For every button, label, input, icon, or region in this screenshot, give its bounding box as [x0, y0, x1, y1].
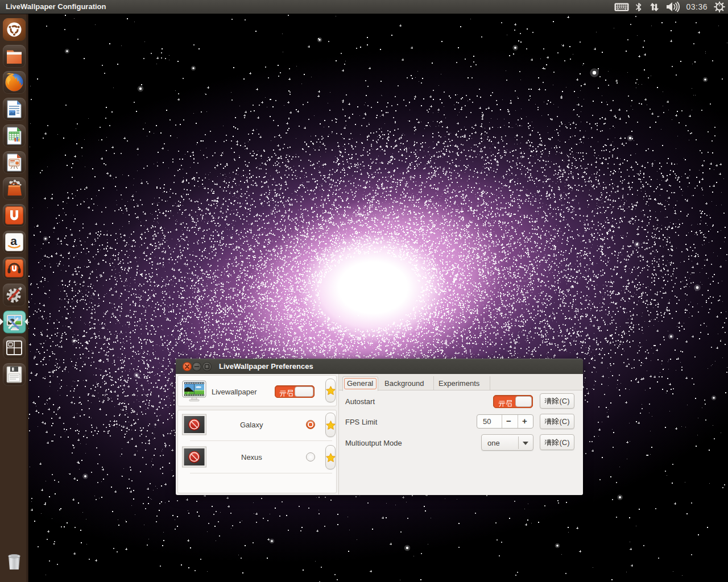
- svg-text:a: a: [10, 234, 17, 247]
